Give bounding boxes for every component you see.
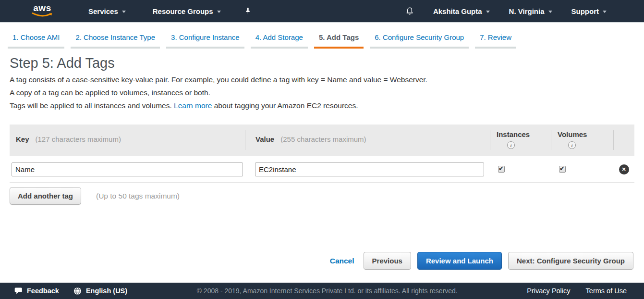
tag-value-input[interactable] <box>255 162 484 176</box>
notifications-button[interactable] <box>405 7 414 16</box>
aws-logo-text: aws <box>33 4 51 12</box>
tab-add-tags[interactable]: 5. Add Tags <box>314 33 364 49</box>
add-tag-hint: (Up to 50 tags maximum) <box>96 192 180 200</box>
footer-bar: Feedback English (US) © 2008 - 2019, Ama… <box>0 283 644 299</box>
wizard-step-tabs: 1. Choose AMI 2. Choose Instance Type 3.… <box>0 23 644 49</box>
globe-icon <box>73 287 82 295</box>
tags-table-header: Key (127 characters maximum) Value (255 … <box>10 125 634 156</box>
instances-column-header: Instances i <box>490 125 551 156</box>
region-menu[interactable]: N. Virginia <box>509 7 552 15</box>
cancel-link[interactable]: Cancel <box>330 257 354 265</box>
resource-groups-label: Resource Groups <box>153 7 213 15</box>
language-selector[interactable]: English (US) <box>73 287 127 295</box>
chevron-down-icon <box>486 11 490 13</box>
tab-add-storage[interactable]: 4. Add Storage <box>251 33 308 49</box>
actions-column-header <box>613 125 634 156</box>
aws-console-page: aws Services Resource Groups <box>0 0 644 299</box>
volumes-header-label: Volumes <box>558 130 613 138</box>
key-header-label: Key <box>16 135 29 143</box>
key-cell <box>10 162 245 176</box>
key-header-hint: (127 characters maximum) <box>36 135 121 143</box>
tag-key-input[interactable] <box>12 162 243 176</box>
add-another-tag-button[interactable]: Add another tag <box>10 187 81 205</box>
region-name: N. Virginia <box>509 7 545 15</box>
chevron-down-icon <box>122 11 126 13</box>
next-configure-security-group-button[interactable]: Next: Configure Security Group <box>508 252 633 270</box>
user-name: Akshita Gupta <box>433 7 482 15</box>
remove-tag-button[interactable] <box>619 164 629 174</box>
key-column-header: Key (127 characters maximum) <box>10 125 245 156</box>
instances-checkbox[interactable] <box>498 166 505 173</box>
services-label: Services <box>88 7 118 15</box>
description-line-3-suffix: about tagging your Amazon EC2 resources. <box>214 101 358 110</box>
chevron-down-icon <box>548 11 552 13</box>
top-navbar: aws Services Resource Groups <box>0 0 644 23</box>
support-label: Support <box>571 7 599 15</box>
feedback-button[interactable]: Feedback <box>14 287 59 295</box>
services-menu[interactable]: Services <box>88 7 126 15</box>
review-and-launch-button[interactable]: Review and Launch <box>417 252 502 270</box>
volumes-column-header: Volumes i <box>551 125 613 156</box>
tab-configure-security-group[interactable]: 6. Configure Security Group <box>370 33 469 49</box>
main-content: Step 5: Add Tags A tag consists of a cas… <box>0 49 644 205</box>
user-menu[interactable]: Akshita Gupta <box>433 7 490 15</box>
value-header-label: Value <box>255 135 274 143</box>
aws-smile-icon <box>31 12 54 18</box>
page-description: A tag consists of a case-sensitive key-v… <box>10 73 634 112</box>
volumes-info-icon[interactable]: i <box>568 141 576 149</box>
chevron-down-icon <box>603 11 607 13</box>
privacy-policy-link[interactable]: Privacy Policy <box>527 287 570 295</box>
description-line-1: A tag consists of a case-sensitive key-v… <box>10 73 634 86</box>
terms-of-use-link[interactable]: Terms of Use <box>586 287 627 295</box>
page-title: Step 5: Add Tags <box>10 55 634 71</box>
instances-cell <box>490 166 551 173</box>
value-column-header: Value (255 characters maximum) <box>245 125 490 156</box>
chevron-down-icon <box>217 11 221 13</box>
resource-groups-menu[interactable]: Resource Groups <box>153 7 221 15</box>
row-actions-cell <box>613 164 634 174</box>
tab-choose-instance-type[interactable]: 2. Choose Instance Type <box>71 33 160 49</box>
wizard-actions: Cancel Previous Review and Launch Next: … <box>0 252 644 270</box>
feedback-label: Feedback <box>27 287 59 295</box>
volumes-checkbox[interactable] <box>559 166 566 173</box>
navbar-right: Akshita Gupta N. Virginia Support <box>405 7 607 16</box>
tags-table: Key (127 characters maximum) Value (255 … <box>10 125 634 183</box>
previous-button[interactable]: Previous <box>364 252 411 270</box>
volumes-cell <box>551 166 613 173</box>
description-line-3: Tags will be applied to all instances an… <box>10 99 634 112</box>
speech-bubble-icon <box>14 287 23 295</box>
value-header-hint: (255 characters maximum) <box>280 135 366 143</box>
pin-shortcut-button[interactable] <box>244 7 252 15</box>
instances-header-label: Instances <box>497 130 551 138</box>
support-menu[interactable]: Support <box>571 7 607 15</box>
tab-choose-ami[interactable]: 1. Choose AMI <box>8 33 64 49</box>
aws-logo[interactable]: aws <box>31 4 54 18</box>
pin-icon <box>244 7 252 15</box>
instances-info-icon[interactable]: i <box>507 141 515 149</box>
tag-row <box>10 156 634 183</box>
language-label: English (US) <box>86 287 127 295</box>
learn-more-link[interactable]: Learn more <box>174 101 212 110</box>
bell-icon <box>405 7 414 16</box>
add-tag-row: Add another tag (Up to 50 tags maximum) <box>10 187 634 205</box>
tab-configure-instance[interactable]: 3. Configure Instance <box>166 33 244 49</box>
copyright-text: © 2008 - 2019, Amazon Internet Services … <box>197 287 458 295</box>
description-line-2: A copy of a tag can be applied to volume… <box>10 86 634 99</box>
value-cell <box>245 162 490 176</box>
tab-review[interactable]: 7. Review <box>475 33 516 49</box>
description-line-3-text: Tags will be applied to all instances an… <box>10 101 172 110</box>
